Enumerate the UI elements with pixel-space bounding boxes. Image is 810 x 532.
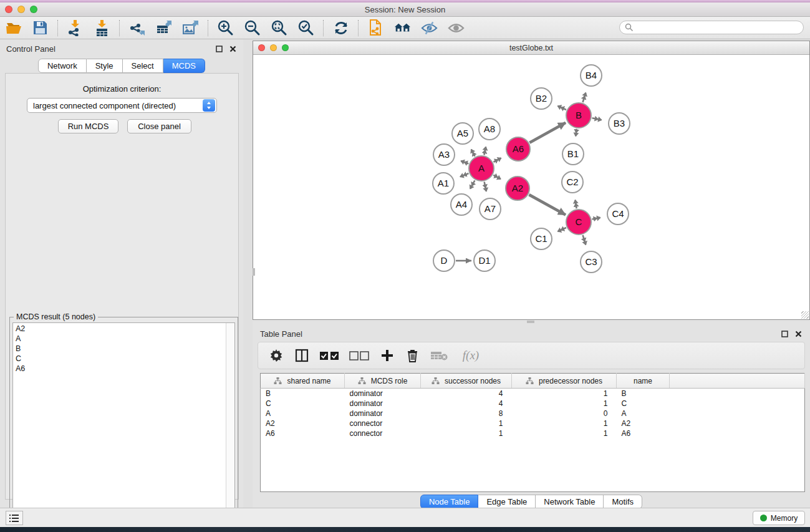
edge-A-A3[interactable] <box>461 161 468 163</box>
float-panel-button[interactable] <box>215 45 223 53</box>
mcds-result-item[interactable]: C <box>16 354 226 364</box>
edge-A-A7[interactable] <box>485 182 486 191</box>
node-A1[interactable]: A1 <box>433 173 454 194</box>
mcds-result-item[interactable]: B <box>16 344 226 354</box>
edge-B-B4[interactable] <box>583 93 586 102</box>
zoom-fit-button[interactable] <box>271 19 287 36</box>
edge-A2-C[interactable] <box>529 195 566 215</box>
cell[interactable]: dominator <box>345 399 421 409</box>
memory-button[interactable]: Memory <box>753 511 805 525</box>
cell[interactable]: 1 <box>512 399 617 409</box>
delete-table-button[interactable] <box>430 347 448 364</box>
edge-B-B2[interactable] <box>557 106 566 110</box>
cell[interactable]: B <box>261 389 345 399</box>
function-builder-button[interactable]: f(x) <box>457 347 485 364</box>
export-network-button[interactable] <box>128 19 145 36</box>
table-row[interactable]: A2connector11A2 <box>261 418 805 428</box>
search-input[interactable] <box>634 22 803 33</box>
import-network-button[interactable] <box>67 19 84 36</box>
cell[interactable]: 0 <box>512 409 617 418</box>
node-B[interactable]: B <box>566 103 591 128</box>
delete-column-button[interactable] <box>404 347 421 364</box>
mcds-result-item[interactable]: A <box>16 334 226 344</box>
column-header-predecessor-nodes[interactable]: predecessor nodes <box>512 374 617 389</box>
close-table-panel-button[interactable] <box>794 330 803 338</box>
cell[interactable]: dominator <box>345 389 421 399</box>
network-hscroll-thumb[interactable] <box>527 321 534 323</box>
node-A[interactable]: A <box>469 156 494 181</box>
node-B2[interactable]: B2 <box>531 88 552 109</box>
edge-A-A1[interactable] <box>460 173 469 177</box>
node-table[interactable]: shared nameMCDS rolesuccessor nodesprede… <box>260 373 805 492</box>
node-A2[interactable]: A2 <box>506 177 529 200</box>
zoom-in-button[interactable] <box>217 19 234 36</box>
edge-C-C1[interactable] <box>557 228 566 231</box>
window-resize-grip[interactable] <box>801 311 809 319</box>
vertical-splitter[interactable] <box>243 39 253 508</box>
table-row[interactable]: Bdominator41B <box>261 389 805 399</box>
network-vscroll-thumb[interactable] <box>253 268 255 276</box>
cell[interactable]: 1 <box>421 418 512 428</box>
node-C[interactable]: C <box>566 210 591 235</box>
table-row[interactable]: Adominator80A <box>261 409 805 418</box>
node-A8[interactable]: A8 <box>479 118 500 140</box>
export-table-button[interactable] <box>155 19 172 36</box>
edge-C-C3[interactable] <box>583 235 586 244</box>
cell[interactable]: A2 <box>261 418 345 428</box>
float-table-panel-button[interactable] <box>781 330 789 338</box>
cell[interactable]: A <box>617 409 670 418</box>
node-B3[interactable]: B3 <box>609 113 630 134</box>
zoom-out-button[interactable] <box>244 19 261 36</box>
node-A5[interactable]: A5 <box>452 123 473 144</box>
cell[interactable]: 1 <box>512 389 617 399</box>
mcds-result-item[interactable]: A2 <box>16 324 226 334</box>
node-D[interactable]: D <box>433 250 455 271</box>
cell[interactable]: A6 <box>617 428 670 438</box>
close-panel-button-secondary[interactable]: Close panel <box>127 119 191 133</box>
edge-A-A2[interactable] <box>493 175 501 179</box>
network-canvas[interactable]: AA1A3A5A8A4A7A6A2BB2B4B3B1CC2C1C4C3DD1 <box>253 55 809 319</box>
cell[interactable]: 4 <box>421 389 512 399</box>
edge-B-B3[interactable] <box>592 118 602 120</box>
export-image-button[interactable] <box>182 19 199 36</box>
tab-motifs[interactable]: Motifs <box>604 495 642 509</box>
scrollbar-track[interactable] <box>226 323 234 524</box>
tab-node-table[interactable]: Node Table <box>420 495 479 509</box>
node-A3[interactable]: A3 <box>433 144 455 165</box>
cell[interactable]: connector <box>345 428 421 438</box>
open-session-button[interactable] <box>5 19 22 36</box>
cell[interactable] <box>670 428 805 438</box>
node-B1[interactable]: B1 <box>562 143 584 165</box>
cell[interactable]: A <box>261 409 345 418</box>
cell[interactable] <box>670 399 805 409</box>
edge-A-A8[interactable] <box>484 147 486 155</box>
node-C2[interactable]: C2 <box>562 172 583 193</box>
cell[interactable]: A6 <box>261 428 345 438</box>
task-history-button[interactable] <box>6 511 23 525</box>
search-box[interactable] <box>619 21 804 34</box>
mcds-result-item[interactable]: A6 <box>16 364 226 374</box>
column-layout-button[interactable] <box>293 347 310 364</box>
network-window-titlebar[interactable]: testGlobe.txt <box>253 41 809 55</box>
cell[interactable]: C <box>617 399 670 409</box>
tab-style[interactable]: Style <box>87 59 123 73</box>
zoom-selected-button[interactable] <box>297 19 314 36</box>
node-B4[interactable]: B4 <box>581 65 602 86</box>
refresh-button[interactable] <box>332 19 349 36</box>
node-C1[interactable]: C1 <box>531 228 552 249</box>
import-table-button[interactable] <box>94 19 110 36</box>
tab-mcds[interactable]: MCDS <box>163 59 205 73</box>
edge-A6-B[interactable] <box>529 123 566 143</box>
tab-edge-table[interactable]: Edge Table <box>478 495 536 509</box>
cell[interactable]: connector <box>345 418 421 428</box>
tab-network[interactable]: Network <box>38 59 87 73</box>
table-row[interactable]: Cdominator41C <box>261 399 805 409</box>
deselect-all-button[interactable] <box>349 347 370 364</box>
cell[interactable]: A2 <box>617 418 670 428</box>
edge-A-A5[interactable] <box>471 150 475 157</box>
column-header-shared-name[interactable]: shared name <box>261 374 345 389</box>
mcds-result-list[interactable]: A2ABCA6 <box>12 322 235 525</box>
save-session-button[interactable] <box>32 19 49 36</box>
cell[interactable]: dominator <box>345 409 421 418</box>
cell[interactable]: 4 <box>421 399 512 409</box>
